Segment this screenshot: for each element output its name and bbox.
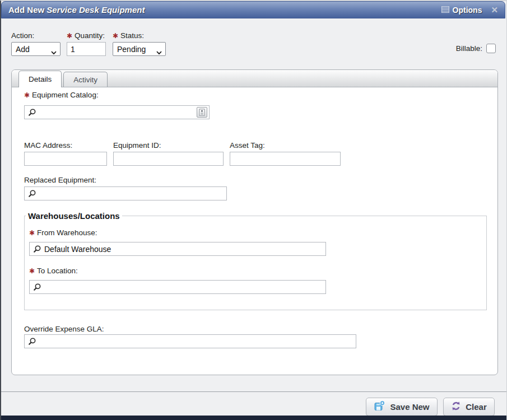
equipment-catalog-field <box>24 105 210 119</box>
equipment-catalog-label: ✱Equipment Catalog: <box>24 91 99 99</box>
tabstrip: Details Activity <box>12 70 497 87</box>
required-marker: ✱ <box>67 32 72 40</box>
to-location-field <box>29 280 326 294</box>
tab-details[interactable]: Details <box>18 71 62 87</box>
action-select[interactable]: Add <box>11 42 61 56</box>
asset-tag-label: Asset Tag: <box>230 141 265 150</box>
picker-item-icon <box>199 109 205 116</box>
titlebar: Add New Service Desk Equipment Options ✕ <box>1 1 505 18</box>
required-marker: ✱ <box>29 267 35 275</box>
billable-label: Billable: <box>456 44 482 53</box>
footer-divider <box>1 391 507 392</box>
title-prefix: Add New <box>8 5 46 15</box>
window-bottom-edge <box>1 416 507 420</box>
from-warehouse-field <box>29 242 326 256</box>
save-plus-icon <box>374 400 385 413</box>
from-warehouse-label: ✱From Warehouse: <box>29 228 97 237</box>
warehouses-locations-legend: Warehouses/Locations <box>26 211 122 221</box>
quantity-label: ✱Quantity: <box>67 31 105 40</box>
options-label: Options <box>453 6 482 15</box>
options-list-icon <box>441 5 449 15</box>
catalog-picker-button[interactable] <box>197 107 207 118</box>
to-location-label: ✱To Location: <box>29 267 78 275</box>
replaced-equipment-input[interactable] <box>25 187 226 200</box>
close-icon[interactable]: ✕ <box>491 6 498 14</box>
override-expense-gla-input[interactable] <box>25 335 356 348</box>
clear-button[interactable]: Clear <box>443 398 495 416</box>
options-button[interactable]: Options <box>441 5 482 15</box>
quantity-input[interactable] <box>67 42 106 56</box>
mac-address-label: MAC Address: <box>24 141 72 150</box>
override-expense-gla-field <box>24 334 356 348</box>
title-entity: Service Desk Equipment <box>46 5 145 15</box>
dialog-title: Add New Service Desk Equipment <box>8 5 145 15</box>
tab-activity[interactable]: Activity <box>63 72 108 87</box>
required-marker: ✱ <box>24 91 30 99</box>
add-equipment-dialog: Add New Service Desk Equipment Options ✕… <box>0 0 507 420</box>
override-expense-gla-label: Override Expense GLA: <box>24 325 104 333</box>
clear-label: Clear <box>466 402 487 412</box>
action-label: Action: <box>11 31 34 40</box>
refresh-icon <box>451 401 461 413</box>
mac-address-input[interactable] <box>24 152 107 166</box>
replaced-equipment-label: Replaced Equipment: <box>24 176 96 184</box>
required-marker: ✱ <box>113 32 118 40</box>
status-label: ✱Status: <box>113 31 144 40</box>
equipment-id-input[interactable] <box>113 152 224 166</box>
billable-row: Billable: <box>456 44 496 53</box>
equipment-id-label: Equipment ID: <box>113 141 161 150</box>
save-new-button[interactable]: Save New <box>366 398 438 416</box>
required-marker: ✱ <box>29 229 35 237</box>
equipment-catalog-input[interactable] <box>25 106 209 119</box>
details-panel: Details Activity ✱Equipment Catalog: MAC… <box>11 69 498 375</box>
asset-tag-input[interactable] <box>230 152 341 166</box>
replaced-equipment-field <box>24 186 227 200</box>
warehouses-locations-group: Warehouses/Locations ✱From Warehouse: ✱T… <box>24 211 487 310</box>
to-location-input[interactable] <box>30 281 325 293</box>
from-warehouse-input[interactable] <box>30 242 325 255</box>
status-select[interactable]: Pending <box>113 42 166 56</box>
billable-checkbox[interactable] <box>486 44 496 53</box>
save-new-label: Save New <box>390 402 429 412</box>
